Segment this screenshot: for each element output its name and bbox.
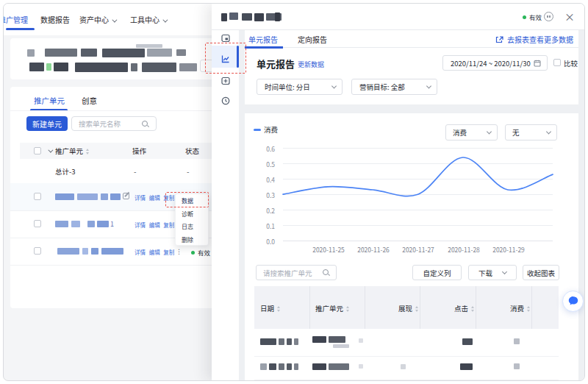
report-panel-top: 单元报告 定向报告 去报表查看更多数据 单元报告 更新数据 2020/11/24…: [245, 30, 578, 104]
report-panel-chart: 消费 消费 无 0.6 0.5 0.4 0.3 0.2 0.1 0.0 2020…: [245, 113, 578, 381]
tab-target-report[interactable]: 定向报告: [298, 34, 327, 45]
summary-card: [10, 38, 226, 79]
time-unit[interactable]: 时间单位: 分日: [257, 79, 343, 95]
compare-cb[interactable]: [553, 59, 561, 66]
btn-new-unit[interactable]: 新建单元: [26, 116, 68, 131]
ad-platform-report-drawer: 推广管理 数据报告 资产中心 工具中心 推广单元 创意 新建单元 搜索单元名称: [0, 0, 588, 384]
menu-del[interactable]: 删除: [176, 233, 208, 246]
nav-asset[interactable]: 资产中心: [79, 14, 115, 25]
btn-custom-col[interactable]: 自定义列: [412, 265, 462, 280]
go-report[interactable]: 去报表查看更多数据: [495, 34, 573, 45]
r2-actions[interactable]: 详情 编辑 复制: [135, 221, 174, 229]
market-goal[interactable]: 营销目标: 全部: [351, 79, 437, 95]
menu-diag[interactable]: 诊断: [176, 207, 208, 221]
tab-unit[interactable]: 推广单元: [34, 95, 65, 106]
chat-button[interactable]: [562, 291, 584, 312]
nav-data[interactable]: 数据报告: [40, 14, 70, 25]
tab-creative[interactable]: 创意: [82, 95, 97, 106]
btn-download[interactable]: 下载: [468, 265, 517, 280]
app-frame: 推广管理 数据报告 资产中心 工具中心 推广单元 创意 新建单元 搜索单元名称: [3, 3, 585, 381]
drawer-header: 有效 ×: [212, 4, 585, 30]
r3-actions[interactable]: 详情 编辑 复制: [135, 248, 174, 256]
report-drawer: 有效 × 单元报告 定向报告 去报表查看更多数据: [212, 4, 585, 381]
drawer-close[interactable]: ×: [564, 9, 575, 24]
tab-unit-report[interactable]: 单元报告: [248, 34, 278, 45]
refresh[interactable]: 更新数据: [298, 60, 324, 69]
search-report[interactable]: 请搜索推广单元: [256, 265, 337, 280]
nav-promo[interactable]: 推广管理: [3, 14, 28, 25]
menu-log[interactable]: 日志: [176, 220, 208, 233]
search-unit[interactable]: 搜索单元名称: [71, 116, 157, 131]
nav-tool[interactable]: 工具中心: [130, 14, 166, 25]
drawer-sidebar: [212, 30, 239, 381]
top-nav: 推广管理 数据报告 资产中心 工具中心: [4, 4, 212, 35]
btn-collapse[interactable]: 收起图表: [523, 265, 559, 280]
date-range[interactable]: 2020/11/24 ~ 2020/11/30: [442, 55, 548, 71]
